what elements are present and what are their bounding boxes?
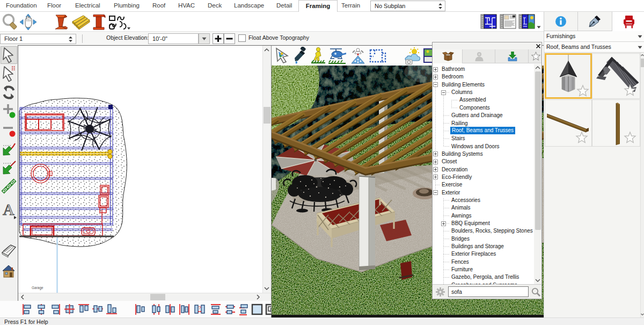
svg-text:Garage: Garage [32,286,43,290]
svg-text:?: ? [199,305,201,310]
svg-text:A: A [3,201,14,218]
